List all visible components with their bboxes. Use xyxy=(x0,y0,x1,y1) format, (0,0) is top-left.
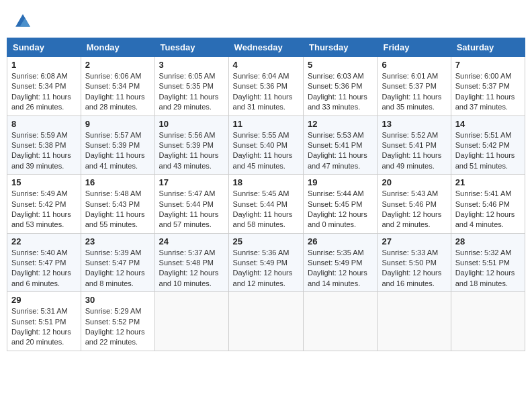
logo xyxy=(13,12,35,31)
sunset-label: Sunset: 5:51 PM xyxy=(11,318,66,326)
day-info: Sunrise: 5:40 AM Sunset: 5:47 PM Dayligh… xyxy=(11,248,77,289)
day-number: 26 xyxy=(308,236,373,246)
day-number: 30 xyxy=(85,295,150,305)
sunrise-label: Sunrise: 5:40 AM xyxy=(11,248,68,257)
sunset-label: Sunset: 5:43 PM xyxy=(85,200,140,208)
sunrise-label: Sunrise: 5:35 AM xyxy=(308,248,364,257)
calendar-cell: 1 Sunrise: 6:08 AM Sunset: 5:34 PM Dayli… xyxy=(7,57,81,116)
sunset-label: Sunset: 5:37 PM xyxy=(382,82,436,90)
day-number: 14 xyxy=(455,119,521,129)
daylight-label: Daylight: 11 hours and 41 minutes. xyxy=(85,151,145,169)
sunrise-label: Sunrise: 5:51 AM xyxy=(455,131,512,139)
weekday-header-wednesday: Wednesday xyxy=(228,38,303,57)
sunset-label: Sunset: 5:38 PM xyxy=(11,141,66,149)
weekday-header-friday: Friday xyxy=(378,38,451,57)
day-info: Sunrise: 5:53 AM Sunset: 5:41 PM Dayligh… xyxy=(308,130,373,172)
weekday-header-sunday: Sunday xyxy=(7,38,81,57)
sunrise-label: Sunrise: 6:01 AM xyxy=(382,72,438,80)
calendar-cell: 18 Sunrise: 5:45 AM Sunset: 5:44 PM Dayl… xyxy=(228,175,303,234)
day-number: 12 xyxy=(308,119,373,129)
calendar-cell xyxy=(228,292,303,351)
sunrise-label: Sunrise: 5:29 AM xyxy=(85,307,142,315)
day-number: 18 xyxy=(233,177,299,187)
sunset-label: Sunset: 5:47 PM xyxy=(85,259,140,267)
calendar-cell xyxy=(154,292,228,351)
calendar-cell: 22 Sunrise: 5:40 AM Sunset: 5:47 PM Dayl… xyxy=(7,233,81,292)
calendar-cell: 6 Sunrise: 6:01 AM Sunset: 5:37 PM Dayli… xyxy=(378,57,451,116)
calendar-cell: 19 Sunrise: 5:44 AM Sunset: 5:45 PM Dayl… xyxy=(304,175,378,234)
sunrise-label: Sunrise: 5:43 AM xyxy=(382,189,438,197)
day-number: 2 xyxy=(85,60,150,70)
day-number: 9 xyxy=(85,119,150,129)
daylight-label: Daylight: 11 hours and 39 minutes. xyxy=(11,151,71,169)
day-number: 7 xyxy=(455,60,521,70)
day-number: 21 xyxy=(455,177,521,187)
daylight-label: Daylight: 11 hours and 35 minutes. xyxy=(382,93,441,111)
day-number: 3 xyxy=(159,60,224,70)
sunrise-label: Sunrise: 6:04 AM xyxy=(233,72,290,80)
day-number: 27 xyxy=(382,236,446,246)
daylight-label: Daylight: 12 hours and 20 minutes. xyxy=(11,328,71,346)
sunset-label: Sunset: 5:41 PM xyxy=(308,141,362,149)
day-info: Sunrise: 5:51 AM Sunset: 5:42 PM Dayligh… xyxy=(455,130,521,172)
sunset-label: Sunset: 5:50 PM xyxy=(382,259,436,267)
sunrise-label: Sunrise: 5:31 AM xyxy=(11,307,68,315)
sunset-label: Sunset: 5:42 PM xyxy=(455,141,510,149)
daylight-label: Daylight: 11 hours and 51 minutes. xyxy=(455,151,515,169)
day-info: Sunrise: 6:08 AM Sunset: 5:34 PM Dayligh… xyxy=(11,71,77,113)
sunrise-label: Sunrise: 5:47 AM xyxy=(159,189,216,197)
sunrise-label: Sunrise: 5:32 AM xyxy=(455,248,512,257)
daylight-label: Daylight: 11 hours and 55 minutes. xyxy=(85,210,145,228)
day-number: 17 xyxy=(159,177,224,187)
daylight-label: Daylight: 11 hours and 28 minutes. xyxy=(85,93,145,111)
daylight-label: Daylight: 11 hours and 33 minutes. xyxy=(308,93,367,111)
calendar-cell: 11 Sunrise: 5:55 AM Sunset: 5:40 PM Dayl… xyxy=(228,116,303,175)
calendar-cell: 28 Sunrise: 5:32 AM Sunset: 5:51 PM Dayl… xyxy=(451,233,525,292)
daylight-label: Daylight: 12 hours and 14 minutes. xyxy=(308,269,367,287)
day-info: Sunrise: 5:44 AM Sunset: 5:45 PM Dayligh… xyxy=(308,189,373,230)
calendar-week-row: 1 Sunrise: 6:08 AM Sunset: 5:34 PM Dayli… xyxy=(7,57,525,116)
day-info: Sunrise: 6:03 AM Sunset: 5:36 PM Dayligh… xyxy=(308,71,373,113)
daylight-label: Daylight: 11 hours and 26 minutes. xyxy=(11,93,71,111)
sunrise-label: Sunrise: 5:36 AM xyxy=(233,248,290,257)
day-info: Sunrise: 6:01 AM Sunset: 5:37 PM Dayligh… xyxy=(382,71,446,113)
calendar-body: 1 Sunrise: 6:08 AM Sunset: 5:34 PM Dayli… xyxy=(7,57,525,351)
day-info: Sunrise: 5:59 AM Sunset: 5:38 PM Dayligh… xyxy=(11,130,77,172)
calendar-cell: 29 Sunrise: 5:31 AM Sunset: 5:51 PM Dayl… xyxy=(7,292,81,351)
daylight-label: Daylight: 11 hours and 45 minutes. xyxy=(233,151,293,169)
sunrise-label: Sunrise: 5:39 AM xyxy=(85,248,142,257)
day-info: Sunrise: 5:55 AM Sunset: 5:40 PM Dayligh… xyxy=(233,130,299,172)
calendar-cell: 9 Sunrise: 5:57 AM Sunset: 5:39 PM Dayli… xyxy=(81,116,154,175)
calendar-cell xyxy=(304,292,378,351)
sunrise-label: Sunrise: 5:49 AM xyxy=(11,189,68,197)
daylight-label: Daylight: 12 hours and 2 minutes. xyxy=(382,210,441,228)
calendar-cell: 16 Sunrise: 5:48 AM Sunset: 5:43 PM Dayl… xyxy=(81,175,154,234)
daylight-label: Daylight: 11 hours and 57 minutes. xyxy=(159,210,219,228)
day-number: 16 xyxy=(85,177,150,187)
day-number: 24 xyxy=(159,236,224,246)
day-info: Sunrise: 5:49 AM Sunset: 5:42 PM Dayligh… xyxy=(11,189,77,230)
day-number: 22 xyxy=(11,236,77,246)
calendar-cell: 12 Sunrise: 5:53 AM Sunset: 5:41 PM Dayl… xyxy=(304,116,378,175)
sunrise-label: Sunrise: 5:52 AM xyxy=(382,131,438,139)
day-number: 1 xyxy=(11,60,77,70)
daylight-label: Daylight: 12 hours and 22 minutes. xyxy=(85,328,145,346)
day-info: Sunrise: 5:41 AM Sunset: 5:46 PM Dayligh… xyxy=(455,189,521,230)
sunrise-label: Sunrise: 5:59 AM xyxy=(11,131,68,139)
sunrise-label: Sunrise: 5:48 AM xyxy=(85,189,142,197)
sunset-label: Sunset: 5:34 PM xyxy=(85,82,140,90)
sunset-label: Sunset: 5:44 PM xyxy=(233,200,287,208)
sunrise-label: Sunrise: 5:33 AM xyxy=(382,248,438,257)
calendar-cell: 30 Sunrise: 5:29 AM Sunset: 5:52 PM Dayl… xyxy=(81,292,154,351)
day-info: Sunrise: 5:35 AM Sunset: 5:49 PM Dayligh… xyxy=(308,248,373,289)
calendar-cell: 20 Sunrise: 5:43 AM Sunset: 5:46 PM Dayl… xyxy=(378,175,451,234)
calendar-cell: 2 Sunrise: 6:06 AM Sunset: 5:34 PM Dayli… xyxy=(81,57,154,116)
day-info: Sunrise: 5:43 AM Sunset: 5:46 PM Dayligh… xyxy=(382,189,446,230)
calendar-cell: 17 Sunrise: 5:47 AM Sunset: 5:44 PM Dayl… xyxy=(154,175,228,234)
day-info: Sunrise: 6:04 AM Sunset: 5:36 PM Dayligh… xyxy=(233,71,299,113)
calendar-header-row: SundayMondayTuesdayWednesdayThursdayFrid… xyxy=(7,38,525,57)
daylight-label: Daylight: 12 hours and 4 minutes. xyxy=(455,210,515,228)
calendar-week-row: 22 Sunrise: 5:40 AM Sunset: 5:47 PM Dayl… xyxy=(7,233,525,292)
calendar-cell: 13 Sunrise: 5:52 AM Sunset: 5:41 PM Dayl… xyxy=(378,116,451,175)
weekday-header-thursday: Thursday xyxy=(304,38,378,57)
